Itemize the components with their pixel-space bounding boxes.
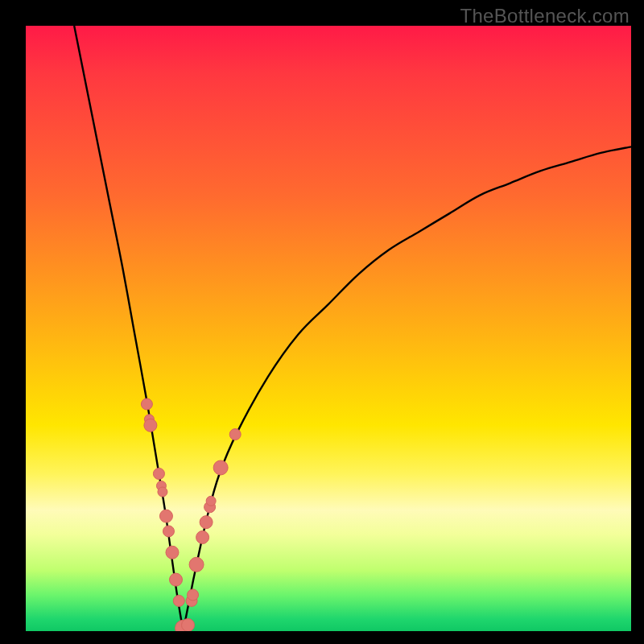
- bead-point: [189, 557, 204, 572]
- plot-area: [26, 26, 631, 631]
- bead-point: [206, 496, 216, 506]
- bead-point: [163, 526, 174, 537]
- bead-point: [173, 595, 184, 606]
- bead-point: [141, 398, 152, 410]
- bead-point: [200, 516, 213, 529]
- curve-group: [74, 26, 631, 631]
- bead-point: [169, 573, 182, 586]
- bead-cluster: [141, 398, 241, 631]
- bead-point: [159, 510, 172, 522]
- bead-point: [153, 468, 164, 479]
- watermark-text: TheBottleneck.com: [460, 5, 630, 27]
- bead-point: [158, 487, 167, 497]
- curve-left-branch: [74, 26, 183, 631]
- bead-point: [182, 618, 195, 631]
- bead-point: [166, 546, 179, 559]
- bead-point: [188, 589, 199, 601]
- curve-right-branch: [184, 147, 631, 631]
- chart-frame: TheBottleneck.com: [0, 0, 644, 644]
- chart-svg: [26, 26, 631, 631]
- bead-point: [213, 460, 228, 475]
- bead-point: [229, 429, 241, 440]
- bead-point: [196, 530, 209, 543]
- bead-point: [144, 419, 157, 431]
